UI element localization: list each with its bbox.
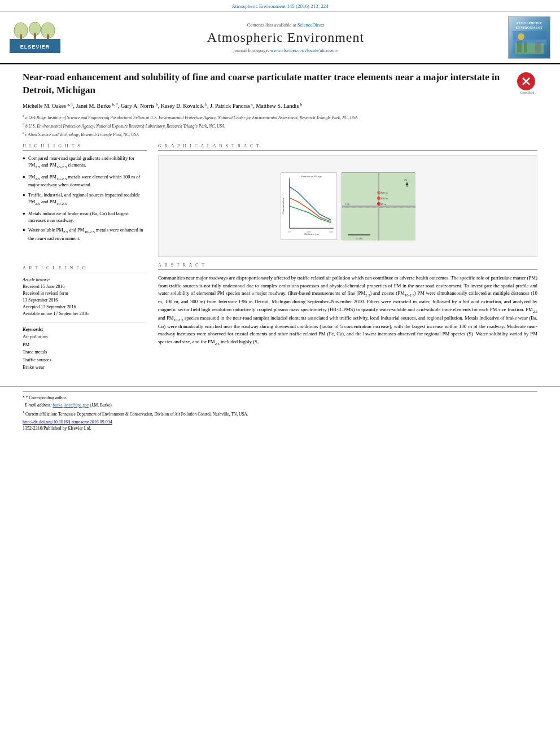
svg-text:I-96: I-96 xyxy=(345,203,350,206)
keyword-item: Air pollution xyxy=(23,333,147,341)
email-label: E-mail address: xyxy=(25,403,52,408)
svg-text:ELSEVIER: ELSEVIER xyxy=(20,44,50,50)
received-date: Received 15 June 2016 xyxy=(23,283,147,290)
abstract-heading: A B S T R A C T xyxy=(158,263,537,270)
journal-homepage-line: journal homepage: www.elsevier.com/locat… xyxy=(63,47,508,53)
highlight-text-5: Water-soluble PM2.5 and PM10-2.5 metals … xyxy=(28,227,143,241)
footnote1-line: 1 Current affiliation: Tennessee Departm… xyxy=(23,410,537,417)
affiliation-c: c c Alion Science and Technology, Resear… xyxy=(23,130,537,138)
svg-text:10 m: 10 m xyxy=(380,203,386,206)
journal-cover-image: ATMOSPHERICENVIRONMENT xyxy=(508,16,553,59)
corresponding-author-note: * * Corresponding author. xyxy=(23,395,537,400)
highlight-text-3: Traffic, industrial, and regional source… xyxy=(28,192,140,204)
email-person: (J.M. Burke). xyxy=(90,403,112,408)
article-info-heading: A R T I C L E I N F O xyxy=(23,263,147,273)
keyword-item: PM xyxy=(23,341,147,349)
highlight-text-1: Compared near-road spatial gradients and… xyxy=(28,155,134,168)
journal-citation-bar: Atmospheric Environment 145 (2016) 213–2… xyxy=(0,0,560,12)
journal-cover-placeholder: ATMOSPHERICENVIRONMENT xyxy=(508,16,550,59)
highlight-item: PM2.5 and PM10-2.5 metals were elevated … xyxy=(23,174,147,189)
doi-line: http://dx.doi.org/10.1016/j.atmosenv.201… xyxy=(23,420,537,425)
sciencedirect-link[interactable]: ScienceDirect xyxy=(298,22,325,28)
issn-line: 1352-2310/Published by Elsevier Ltd. xyxy=(23,426,537,431)
highlights-abstract-row: H I G H L I G H T S Compared near-road s… xyxy=(23,143,537,257)
keyword-item: Brake wear xyxy=(23,364,147,372)
svg-text:100 m: 100 m xyxy=(380,197,388,200)
svg-rect-7 xyxy=(47,34,49,39)
abstract-text: Communities near major roadways are disp… xyxy=(158,274,537,346)
footer-area: * * Corresponding author. E-mail address… xyxy=(0,386,560,437)
doi-link[interactable]: http://dx.doi.org/10.1016/j.atmosenv.201… xyxy=(23,420,112,425)
graphical-abstract-heading: G R A P H I C A L A B S T R A C T xyxy=(158,143,537,151)
affiliation-b: b b U.S. Environmental Protection Agency… xyxy=(23,122,537,129)
affiliations-block: a a Oak Ridge Institute of Science and E… xyxy=(23,113,537,138)
history-label: Article history: xyxy=(23,277,147,283)
keywords-list: Air pollution PM Trace metals Traffic so… xyxy=(23,333,147,372)
available-date: Available online 17 September 2016 xyxy=(23,311,147,317)
svg-text:100: 100 xyxy=(307,231,310,233)
keywords-section: Keywords: Air pollution PM Trace metals … xyxy=(23,322,147,372)
crossmark-badge: CrossMark xyxy=(517,72,537,94)
journal-title: Atmospheric Environment xyxy=(63,30,508,45)
highlight-item: Water-soluble PM2.5 and PM10-2.5 metals … xyxy=(23,227,147,242)
footnote1-marker: 1 xyxy=(23,410,24,414)
elsevier-tree-icon: ELSEVIER xyxy=(10,22,60,53)
accepted-date: Accepted 17 September 2016 xyxy=(23,304,147,311)
svg-point-10 xyxy=(518,33,524,40)
highlights-heading: H I G H L I G H T S xyxy=(23,143,147,151)
svg-text:Variation vs PM type: Variation vs PM type xyxy=(301,175,322,178)
authors-line: Michelle M. Oakes a, 1, Janet M. Burke b… xyxy=(23,102,537,110)
page-wrapper: Atmospheric Environment 145 (2016) 213–2… xyxy=(0,0,560,747)
article-area: Near-road enhancement and solubility of … xyxy=(0,64,560,386)
map-image: 10 m 100 m 300 m I-96 N xyxy=(342,172,415,240)
svg-rect-3 xyxy=(20,34,22,39)
keywords-label: Keywords: xyxy=(23,326,147,333)
highlights-column: H I G H L I G H T S Compared near-road s… xyxy=(23,143,147,257)
journal-citation: Atmospheric Environment 145 (2016) 213–2… xyxy=(231,3,328,9)
svg-text:300: 300 xyxy=(329,231,333,233)
highlight-text-2: PM2.5 and PM10-2.5 metals were elevated … xyxy=(28,174,140,188)
line-graph: Concentration Distance (m) 10 100 300 Va… xyxy=(281,172,337,240)
footnote1-text: Current affiliation: Tennessee Departmen… xyxy=(25,411,248,416)
article-title: Near-road enhancement and solubility of … xyxy=(23,71,511,97)
graphical-abstract-column: G R A P H I C A L A B S T R A C T xyxy=(158,143,537,257)
highlight-text-4: Metals indicative of brake wear (Ba, Cu)… xyxy=(28,211,129,223)
keyword-item: Traffic sources xyxy=(23,356,147,364)
affiliation-a: a a Oak Ridge Institute of Science and E… xyxy=(23,113,537,121)
info-abstract-row: A R T I C L E I N F O Article history: R… xyxy=(23,263,537,372)
elsevier-logo-area: ELSEVIER xyxy=(7,22,63,53)
journal-center: Contents lists available at ScienceDirec… xyxy=(63,22,508,53)
email-link[interactable]: burke.janet@epa.gov xyxy=(53,403,89,408)
keyword-item: Trace metals xyxy=(23,348,147,356)
svg-text:Concentration: Concentration xyxy=(282,198,285,214)
highlight-item: Traffic, industrial, and regional source… xyxy=(23,192,147,207)
email-line: E-mail address: burke.janet@epa.gov (J.M… xyxy=(23,403,537,408)
svg-rect-14 xyxy=(535,42,541,53)
article-title-row: Near-road enhancement and solubility of … xyxy=(23,71,537,97)
abstract-column: A B S T R A C T Communities near major r… xyxy=(158,263,537,346)
crossmark-icon xyxy=(517,72,535,90)
graph-content: Concentration Distance (m) 10 100 300 Va… xyxy=(276,168,419,244)
svg-text:Distance (m): Distance (m) xyxy=(304,233,319,235)
svg-text:N: N xyxy=(404,178,407,182)
journal-header: ELSEVIER Contents lists available at Sci… xyxy=(0,12,560,64)
highlight-item: Compared near-road spatial gradients and… xyxy=(23,155,147,170)
svg-text:0.5 km: 0.5 km xyxy=(356,237,362,240)
svg-text:10: 10 xyxy=(288,231,291,233)
highlight-item: Metals indicative of brake wear (Ba, Cu)… xyxy=(23,211,147,224)
journal-url[interactable]: www.elsevier.com/locate/atmosenv xyxy=(270,47,338,53)
dates-section: Article history: Received 15 June 2016 R… xyxy=(23,277,147,317)
svg-rect-12 xyxy=(517,41,522,53)
svg-rect-13 xyxy=(524,42,527,53)
svg-text:300 m: 300 m xyxy=(380,191,388,194)
revised-label: Received in revised form xyxy=(23,290,147,297)
graphical-abstract-image: Concentration Distance (m) 10 100 300 Va… xyxy=(158,155,537,257)
highlights-list: Compared near-road spatial gradients and… xyxy=(23,155,147,242)
article-info-content: Article history: Received 15 June 2016 R… xyxy=(23,277,147,372)
svg-rect-5 xyxy=(34,33,36,39)
article-info-column: A R T I C L E I N F O Article history: R… xyxy=(23,263,147,372)
revised-date: 13 September 2016 xyxy=(23,297,147,304)
corresponding-label: * Corresponding author. xyxy=(26,395,67,400)
contents-available-line: Contents lists available at ScienceDirec… xyxy=(63,22,508,28)
